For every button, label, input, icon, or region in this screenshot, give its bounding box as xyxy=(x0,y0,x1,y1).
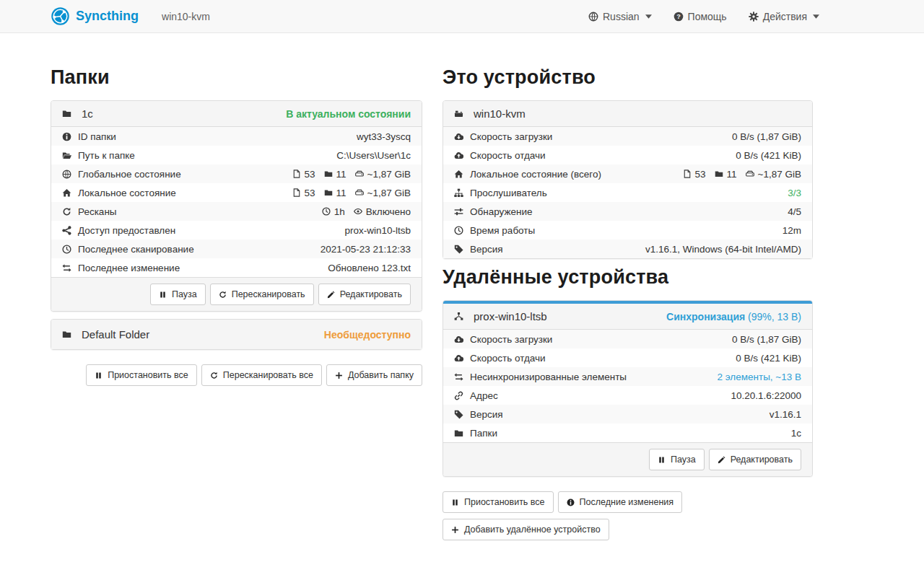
remote-device-panel: prox-win10-ltsb Синхронизация (99%, 13 B… xyxy=(443,300,813,477)
sliders-icon xyxy=(454,207,463,216)
syncthing-brand[interactable]: Syncthing xyxy=(51,6,139,26)
this-device-heading[interactable]: win10-kvm xyxy=(443,101,812,126)
folder-actions: ПаузаПересканироватьРедактировать xyxy=(51,277,422,311)
recent-changes-button[interactable]: Последние изменения xyxy=(558,491,683,513)
row-value: 1c xyxy=(791,428,801,439)
row-value: 0 B/s (421 KiB) xyxy=(736,150,801,161)
row-label: Адрес xyxy=(470,390,498,401)
button-label: Приостановить все xyxy=(464,496,545,509)
edit-device-button[interactable]: Редактировать xyxy=(709,449,801,470)
button-label: Добавить удалённое устройство xyxy=(464,523,601,536)
exchange-icon xyxy=(62,263,71,273)
row-value: 4/5 xyxy=(788,206,801,217)
pause-all-devices-button[interactable]: Приостановить все xyxy=(443,491,554,513)
actions-label: Действия xyxy=(763,11,807,22)
rescan-folder-button[interactable]: Пересканировать xyxy=(210,284,314,305)
folder-icon xyxy=(454,429,463,438)
detail-row: ID папкиwyt33-3yscq xyxy=(51,127,422,146)
hdd-icon xyxy=(355,170,364,178)
row-value: 1hВключено xyxy=(322,206,411,217)
folder-status-badge: Необщедоступно xyxy=(324,329,411,341)
svg-text:?: ? xyxy=(676,13,681,20)
detail-row: Версияv1.16.1 xyxy=(443,405,812,423)
row-label: Версия xyxy=(470,244,503,255)
cloud-download-icon xyxy=(454,132,463,141)
pencil-icon xyxy=(327,291,335,299)
rescan-all-folders-button[interactable]: Пересканировать все xyxy=(201,364,322,386)
tag-icon xyxy=(454,410,463,419)
remote-devices-title: Удалённые устройства xyxy=(443,266,813,289)
row-value: Обновлено 123.txt xyxy=(328,263,411,273)
pause-icon xyxy=(451,499,459,506)
device-name: prox-win10-ltsb xyxy=(474,310,547,322)
this-device-panel: win10-kvm Скорость загрузки0 B/s (1,87 G… xyxy=(443,100,813,259)
row-value: wyt33-3yscq xyxy=(357,131,411,142)
help-menu[interactable]: ? Помощь xyxy=(674,11,727,22)
folder-icon xyxy=(62,109,71,118)
button-label: Редактировать xyxy=(731,453,793,466)
pause-icon xyxy=(95,372,103,379)
detail-row: Локальное состояние5311~1,87 GiB xyxy=(51,183,422,202)
cloud-download-icon xyxy=(454,335,463,344)
folder-name: Default Folder xyxy=(82,328,149,341)
navbar: Syncthing win10-kvm Russian ? Помощь Дей… xyxy=(0,0,924,33)
button-label: Редактировать xyxy=(340,288,402,301)
button-label: Пересканировать xyxy=(232,288,305,301)
hdd-icon xyxy=(355,188,364,197)
refresh-icon xyxy=(210,372,218,379)
plus-icon xyxy=(451,526,459,534)
hdd-icon xyxy=(746,170,754,178)
row-label: Несинхронизированные элементы xyxy=(470,372,627,382)
row-value: 12m xyxy=(783,225,801,236)
row-value: 2 элементы, ~13 B xyxy=(717,372,801,382)
add-remote-device-button[interactable]: Добавить удалённое устройство xyxy=(443,519,609,540)
detail-row: Локальное состояние (всего)5311~1,87 GiB xyxy=(443,164,812,183)
file-icon xyxy=(292,188,301,197)
caret-down-icon xyxy=(645,14,652,19)
folders-section: Папки 1c В актуальном состоянии ID папки… xyxy=(51,66,422,540)
link-icon xyxy=(454,391,463,400)
pause-all-folders-button[interactable]: Приостановить все xyxy=(86,364,197,386)
pencil-icon xyxy=(718,456,725,464)
language-menu[interactable]: Russian xyxy=(588,11,652,22)
refresh-icon xyxy=(219,291,227,299)
detail-row: Время работы12m xyxy=(443,221,812,240)
question-circle-icon: ? xyxy=(674,12,684,22)
remote-device-heading[interactable]: prox-win10-ltsb Синхронизация (99%, 13 B… xyxy=(443,304,812,329)
detail-row: Путь к папкеC:\Users\User\1c xyxy=(51,146,422,164)
exchange-icon xyxy=(454,372,463,382)
pause-folder-button[interactable]: Пауза xyxy=(150,284,206,305)
devices-section: Это устройство win10-kvm Скорость загруз… xyxy=(443,66,813,540)
actions-menu[interactable]: Действия xyxy=(749,11,819,22)
add-folder-button[interactable]: Добавить папку xyxy=(326,364,422,386)
pause-icon xyxy=(658,456,666,464)
detail-row: Скорость загрузки0 B/s (1,87 GiB) xyxy=(443,127,812,146)
clock-icon xyxy=(62,245,71,254)
row-label: Скорость отдачи xyxy=(470,353,546,364)
detail-row: Версияv1.16.1, Windows (64-bit Intel/AMD… xyxy=(443,240,812,258)
cloud-upload-icon xyxy=(454,151,463,160)
clock-icon xyxy=(322,207,331,216)
row-label: Локальное состояние xyxy=(78,188,176,198)
device-name: win10-kvm xyxy=(474,107,526,120)
button-label: Добавить папку xyxy=(348,369,414,382)
detail-row: Прослушиватель3/3 xyxy=(443,183,812,202)
cloud-upload-icon xyxy=(454,354,463,363)
file-icon xyxy=(683,170,692,178)
row-label: Доступ предоставлен xyxy=(78,225,175,236)
default-folder-heading[interactable]: Default Folder Необщедоступно xyxy=(51,320,422,349)
pause-device-button[interactable]: Пауза xyxy=(649,449,705,470)
info-circle-icon xyxy=(62,132,71,141)
remote-device-icon xyxy=(454,312,463,321)
refresh-icon xyxy=(62,207,71,216)
folder-icon xyxy=(62,330,71,339)
row-label: Последнее сканирование xyxy=(78,244,194,255)
tag-icon xyxy=(454,245,463,254)
folders-title: Папки xyxy=(51,66,422,89)
row-value: 3/3 xyxy=(788,188,801,198)
folder-open-icon xyxy=(62,151,71,160)
folder-1c-heading[interactable]: 1c В актуальном состоянии xyxy=(51,101,422,126)
edit-folder-button[interactable]: Редактировать xyxy=(318,284,411,305)
row-label: Ресканы xyxy=(78,206,117,217)
detail-row: Последнее сканирование2021-05-23 21:12:3… xyxy=(51,240,422,258)
